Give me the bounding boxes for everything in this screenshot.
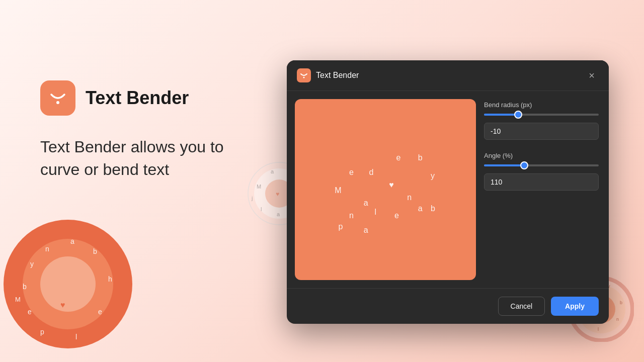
- modal-logo-icon: [297, 68, 311, 82]
- angle-control: Angle (%): [484, 152, 599, 191]
- svg-text:♥: ♥: [276, 191, 279, 198]
- svg-text:n: n: [616, 317, 619, 322]
- modal-dialog: Text Bender × d e b y e M n a b n l e a …: [287, 60, 609, 324]
- modal-title: Text Bender: [316, 71, 359, 80]
- apply-button[interactable]: Apply: [551, 297, 599, 316]
- svg-text:♥: ♥: [60, 301, 65, 309]
- svg-text:a: a: [271, 168, 274, 174]
- controls-panel: Bend radius (px) Angle (%): [484, 91, 609, 288]
- angle-slider[interactable]: [484, 164, 599, 166]
- svg-text:y: y: [30, 260, 34, 268]
- bend-radius-control: Bend radius (px): [484, 101, 599, 140]
- svg-text:l: l: [75, 333, 77, 341]
- angle-label: Angle (%): [484, 152, 599, 159]
- svg-text:n: n: [45, 245, 49, 253]
- svg-text:l: l: [261, 206, 262, 212]
- app-name: Text Bender: [86, 87, 189, 109]
- bend-radius-slider[interactable]: [484, 114, 599, 116]
- close-button[interactable]: ×: [585, 68, 599, 82]
- svg-text:M: M: [257, 184, 261, 190]
- app-logo-icon: [40, 80, 75, 116]
- bend-radius-input[interactable]: [484, 123, 599, 140]
- svg-text:a: a: [277, 211, 280, 217]
- svg-text:b: b: [620, 300, 622, 305]
- modal-body: d e b y e M n a b n l e a p a ♥ Bend rad…: [287, 91, 609, 288]
- svg-text:l: l: [598, 327, 599, 332]
- modal-header: Text Bender ×: [287, 60, 609, 91]
- angle-input[interactable]: [484, 173, 599, 191]
- cancel-button[interactable]: Cancel: [498, 297, 545, 316]
- modal-header-left: Text Bender: [297, 68, 359, 82]
- decorative-circle-left: y n a b b h e e p l M ♥: [0, 216, 136, 352]
- svg-text:b: b: [93, 247, 97, 255]
- preview-canvas: d e b y e M n a b n l e a p a ♥: [295, 99, 476, 280]
- svg-text:e: e: [98, 308, 102, 316]
- app-tagline: Text Bender allows you to curve or bend …: [40, 136, 262, 181]
- svg-point-3: [40, 256, 96, 312]
- svg-text:M: M: [15, 296, 21, 303]
- svg-point-0: [56, 101, 59, 104]
- branding-section: Text Bender Text Bender allows you to cu…: [40, 80, 262, 181]
- modal-footer: Cancel Apply: [287, 288, 609, 324]
- logo-container: Text Bender: [40, 80, 262, 116]
- svg-point-39: [303, 77, 305, 78]
- svg-text:j: j: [251, 195, 253, 201]
- svg-text:e: e: [28, 308, 32, 316]
- svg-text:h: h: [108, 275, 112, 283]
- svg-text:b: b: [23, 283, 27, 291]
- svg-text:p: p: [40, 328, 44, 336]
- svg-text:a: a: [70, 237, 74, 245]
- bend-radius-label: Bend radius (px): [484, 101, 599, 109]
